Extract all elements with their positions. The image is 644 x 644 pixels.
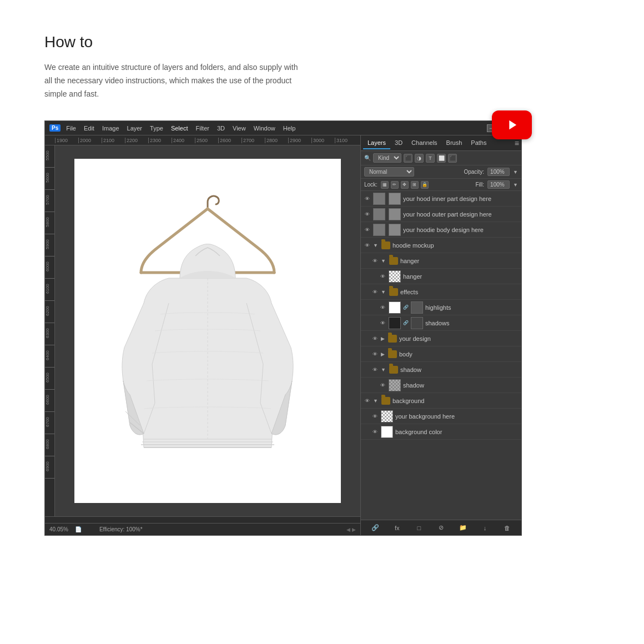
layer-name: shadow bbox=[400, 366, 519, 373]
layer-eye-icon[interactable]: 👁 bbox=[371, 366, 379, 374]
layer-item-shadow[interactable]: 👁 shadow bbox=[361, 378, 521, 393]
folder-icon bbox=[388, 350, 397, 358]
layer-thumb bbox=[389, 301, 401, 314]
ruler-v-mark: 6400 bbox=[45, 345, 54, 368]
scroll-arrows[interactable]: ◀ ▶ bbox=[346, 527, 356, 532]
layer-style-button[interactable]: fx bbox=[391, 523, 403, 533]
collapse-icon[interactable]: ▼ bbox=[381, 289, 386, 295]
menu-image[interactable]: Image bbox=[102, 125, 119, 132]
kind-filter-shape[interactable]: ⬜ bbox=[437, 154, 446, 163]
lock-all-icon[interactable]: 🔒 bbox=[421, 181, 429, 189]
zoom-level: 40.05% bbox=[49, 526, 68, 532]
folder-icon bbox=[389, 288, 398, 296]
layer-item-effects-folder[interactable]: 👁 ▼ effects bbox=[361, 284, 521, 300]
layer-mask-button[interactable]: □ bbox=[413, 523, 425, 533]
efficiency-label: Efficiency: 100%* bbox=[99, 526, 143, 532]
kind-select[interactable]: Kind bbox=[373, 153, 401, 163]
layer-eye-icon[interactable]: 👁 bbox=[371, 335, 379, 343]
folder-icon bbox=[388, 335, 397, 343]
group-layers-button[interactable]: 📁 bbox=[457, 523, 469, 533]
lock-artboard-icon[interactable]: ⊞ bbox=[411, 181, 419, 189]
layer-item-hoodie-body[interactable]: 👁 your hoodie body design here bbox=[361, 222, 521, 238]
youtube-play-button[interactable] bbox=[492, 110, 532, 139]
layer-link-icon: 🔗 bbox=[403, 305, 409, 310]
layer-thumb bbox=[381, 426, 393, 438]
layer-item-hood-outer[interactable]: 👁 your hood outer part design here bbox=[361, 207, 521, 222]
layer-eye-icon[interactable]: 👁 bbox=[363, 226, 371, 234]
lock-brush-icon[interactable]: ✏ bbox=[391, 181, 399, 189]
menu-edit[interactable]: Edit bbox=[84, 125, 94, 132]
layer-eye-icon[interactable]: 👁 bbox=[379, 381, 386, 389]
layer-thumb bbox=[381, 410, 393, 422]
tab-brush[interactable]: Brush bbox=[442, 137, 467, 149]
layer-item-your-background[interactable]: 👁 your background here bbox=[361, 409, 521, 424]
menu-file[interactable]: File bbox=[66, 125, 76, 132]
layer-eye-icon[interactable]: 👁 bbox=[363, 195, 371, 203]
delete-layer-button[interactable]: 🗑 bbox=[501, 523, 513, 533]
layer-eye-icon[interactable]: 👁 bbox=[379, 319, 386, 327]
fill-input[interactable] bbox=[487, 180, 510, 189]
folder-icon bbox=[389, 366, 398, 374]
menu-3d[interactable]: 3D bbox=[217, 125, 225, 132]
layer-item-hoodie-mockup[interactable]: 👁 ▼ hoodie mockup bbox=[361, 238, 521, 253]
new-layer-button[interactable]: ↓ bbox=[479, 523, 491, 533]
lock-checkerboard-icon[interactable]: ▦ bbox=[381, 181, 389, 189]
opacity-input[interactable] bbox=[487, 168, 510, 176]
layer-eye-icon[interactable]: 👁 bbox=[371, 428, 379, 436]
lock-move-icon[interactable]: ✥ bbox=[401, 181, 409, 189]
kind-filter-type[interactable]: T bbox=[426, 154, 435, 163]
menu-window[interactable]: Window bbox=[254, 125, 275, 132]
collapse-icon[interactable]: ▼ bbox=[381, 367, 386, 373]
menu-layer[interactable]: Layer bbox=[127, 125, 143, 132]
tab-channels[interactable]: Channels bbox=[407, 137, 441, 149]
layer-name: hoodie mockup bbox=[393, 242, 519, 249]
layer-item-body[interactable]: 👁 ▶ body bbox=[361, 346, 521, 362]
layer-item-shadow-folder[interactable]: 👁 ▼ shadow bbox=[361, 362, 521, 378]
layer-item-your-design[interactable]: 👁 ▶ your design bbox=[361, 331, 521, 346]
collapse-icon[interactable]: ▼ bbox=[373, 398, 378, 404]
layer-thumb bbox=[373, 208, 385, 220]
layer-item-highlights[interactable]: 👁 🔗 highlights bbox=[361, 300, 521, 315]
tab-paths[interactable]: Paths bbox=[466, 137, 491, 149]
page-title: How to bbox=[44, 33, 600, 51]
layer-item-hood-inner[interactable]: 👁 your hood inner part design here bbox=[361, 191, 521, 207]
layer-item-hanger[interactable]: 👁 hanger bbox=[361, 269, 521, 284]
adjustment-layer-button[interactable]: ⊘ bbox=[435, 523, 447, 533]
kind-label: 🔍 bbox=[364, 155, 371, 161]
layer-thumb bbox=[389, 270, 401, 283]
scrollbar-horizontal[interactable] bbox=[45, 516, 360, 523]
tab-layers[interactable]: Layers bbox=[363, 137, 390, 149]
tab-3d[interactable]: 3D bbox=[390, 137, 407, 149]
layer-eye-icon[interactable]: 👁 bbox=[363, 210, 371, 218]
menu-type[interactable]: Type bbox=[150, 125, 163, 132]
blend-mode-select[interactable]: Normal bbox=[364, 167, 414, 177]
layer-item-hanger-folder[interactable]: 👁 ▼ hanger bbox=[361, 253, 521, 269]
menu-help[interactable]: Help bbox=[283, 125, 296, 132]
layer-eye-icon[interactable]: 👁 bbox=[371, 288, 379, 296]
menu-filter[interactable]: Filter bbox=[195, 125, 209, 132]
ruler-top: 1900 2000 2100 2200 2300 2400 2500 2600 … bbox=[45, 135, 360, 145]
menu-select[interactable]: Select bbox=[171, 125, 188, 132]
layer-item-background-folder[interactable]: 👁 ▼ background bbox=[361, 393, 521, 409]
collapse-icon[interactable]: ▼ bbox=[373, 243, 378, 248]
layer-eye-icon[interactable]: 👁 bbox=[371, 257, 379, 265]
layer-eye-icon[interactable]: 👁 bbox=[371, 412, 379, 420]
kind-filter-smart[interactable]: ⬛ bbox=[448, 154, 457, 163]
layer-item-shadows[interactable]: 👁 🔗 shadows bbox=[361, 315, 521, 331]
layer-eye-icon[interactable]: 👁 bbox=[379, 273, 386, 280]
collapse-icon[interactable]: ▶ bbox=[381, 351, 385, 357]
layer-item-background-color[interactable]: 👁 background color bbox=[361, 424, 521, 440]
layer-eye-icon[interactable]: 👁 bbox=[363, 397, 371, 405]
kind-filter-pixel[interactable]: ⬛ bbox=[404, 154, 412, 163]
collapse-icon[interactable]: ▼ bbox=[381, 258, 386, 264]
layer-eye-icon[interactable]: 👁 bbox=[363, 242, 371, 249]
layer-name: background bbox=[393, 398, 519, 404]
menu-view[interactable]: View bbox=[233, 125, 246, 132]
layer-eye-icon[interactable]: 👁 bbox=[379, 304, 386, 311]
link-layers-button[interactable]: 🔗 bbox=[369, 523, 381, 533]
ps-canvas[interactable] bbox=[55, 145, 360, 516]
layer-eye-icon[interactable]: 👁 bbox=[371, 350, 379, 358]
collapse-icon[interactable]: ▶ bbox=[381, 336, 385, 341]
panel-options-icon[interactable]: ≡ bbox=[515, 139, 519, 148]
kind-filter-adjust[interactable]: ◑ bbox=[415, 154, 424, 163]
